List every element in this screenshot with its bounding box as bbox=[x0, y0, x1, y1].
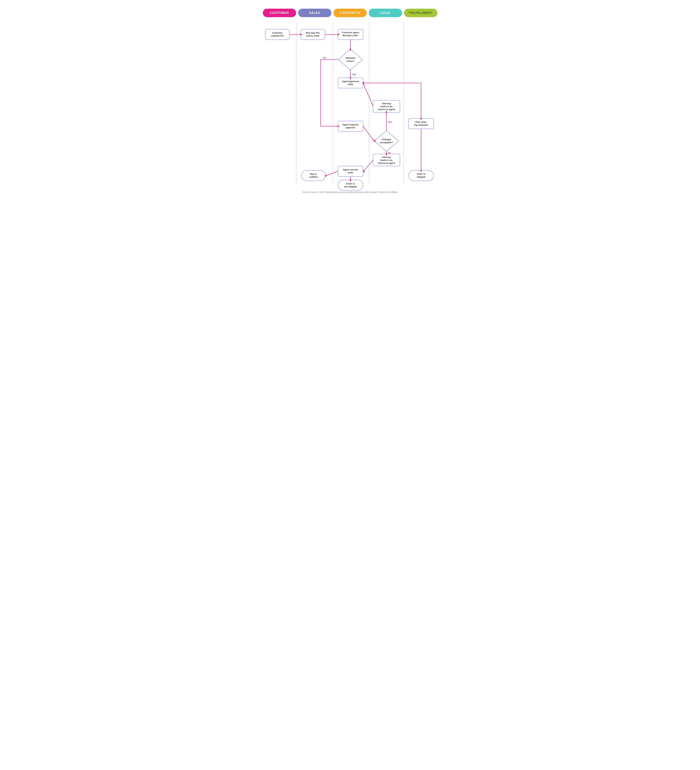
svg-text:returns to agent: returns to agent bbox=[378, 162, 395, 164]
svg-text:Agent requests: Agent requests bbox=[342, 123, 359, 126]
legal-label: LEGAL bbox=[380, 11, 391, 15]
lane-header-fulfillment: FULFILLMENT bbox=[404, 9, 437, 17]
svg-rect-42 bbox=[338, 180, 363, 190]
flow-diagram-svg: Customer submits PO Rep logs PO, enters … bbox=[262, 22, 438, 187]
svg-text:acceptable?: acceptable? bbox=[380, 141, 393, 144]
svg-text:not shipped: not shipped bbox=[344, 185, 357, 188]
svg-text:Contracts agent: Contracts agent bbox=[342, 31, 359, 34]
lane-header-legal: LEGAL bbox=[369, 9, 402, 17]
svg-line-65 bbox=[363, 126, 374, 141]
svg-line-75 bbox=[364, 160, 373, 171]
flow-area: Customer submits PO Rep logs PO, enters … bbox=[262, 22, 438, 188]
svg-text:log shipment: log shipment bbox=[414, 124, 428, 126]
fulfillment-label: FULFILLMENT bbox=[409, 11, 432, 15]
svg-text:Standard: Standard bbox=[345, 57, 355, 59]
svg-text:YES: YES bbox=[352, 73, 356, 76]
svg-text:Agent approves: Agent approves bbox=[342, 80, 359, 82]
lane-headers: CUSTOMER SALES CONTRACTS LEGAL FULFILLME… bbox=[262, 9, 438, 17]
contracts-label: CONTRACTS bbox=[339, 11, 361, 15]
lane-header-sales: SALES bbox=[298, 9, 331, 17]
svg-text:NO: NO bbox=[388, 152, 391, 154]
svg-text:shipped: shipped bbox=[417, 176, 425, 178]
svg-marker-26 bbox=[374, 131, 399, 151]
svg-text:approval: approval bbox=[346, 126, 355, 129]
svg-text:YES: YES bbox=[388, 121, 392, 123]
svg-text:Order is: Order is bbox=[417, 173, 425, 175]
diagram-container: CUSTOMER SALES CONTRACTS LEGAL FULFILLME… bbox=[258, 3, 442, 200]
svg-text:Rep logs PO,: Rep logs PO, bbox=[306, 32, 320, 34]
svg-text:Reviews order: Reviews order bbox=[343, 34, 358, 37]
svg-text:order: order bbox=[348, 83, 353, 86]
svg-text:Attorney: Attorney bbox=[382, 102, 391, 105]
svg-text:notified: notified bbox=[309, 176, 317, 178]
svg-text:marks it no,: marks it no, bbox=[380, 159, 393, 162]
svg-text:returns to agent: returns to agent bbox=[378, 108, 395, 111]
svg-text:enters order: enters order bbox=[306, 34, 319, 37]
svg-text:Pick order,: Pick order, bbox=[415, 121, 427, 123]
svg-text:order: order bbox=[348, 171, 353, 174]
svg-text:NO: NO bbox=[323, 57, 326, 59]
lane-header-customer: CUSTOMER bbox=[263, 9, 296, 17]
svg-text:Rep is: Rep is bbox=[310, 173, 317, 175]
source-text: Source: Pearson, S. (Nd). '9 best busine… bbox=[262, 191, 438, 193]
customer-label: CUSTOMER bbox=[270, 11, 289, 15]
svg-text:marks it ok,: marks it ok, bbox=[380, 105, 393, 108]
lane-header-contracts: CONTRACTS bbox=[333, 9, 367, 17]
svg-text:Attorney: Attorney bbox=[382, 156, 391, 159]
svg-line-70 bbox=[363, 83, 373, 106]
svg-text:submits PO: submits PO bbox=[271, 34, 283, 37]
svg-text:Agent cancels: Agent cancels bbox=[343, 168, 358, 171]
svg-text:Changes: Changes bbox=[382, 138, 391, 141]
svg-text:Order is: Order is bbox=[346, 182, 355, 185]
sales-label: SALES bbox=[309, 11, 320, 15]
svg-line-79 bbox=[326, 171, 338, 176]
svg-text:terms?: terms? bbox=[347, 60, 354, 62]
svg-text:Customer: Customer bbox=[272, 32, 283, 34]
svg-marker-13 bbox=[338, 49, 362, 70]
